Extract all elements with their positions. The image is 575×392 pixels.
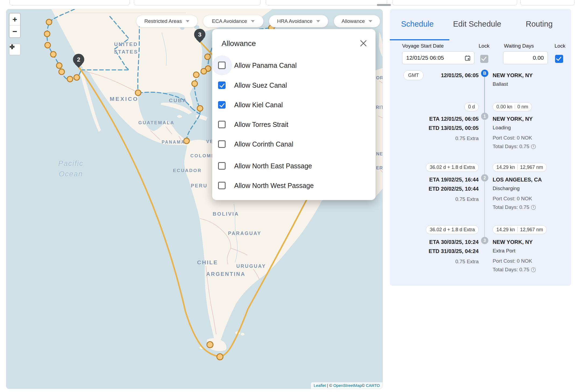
chevron-down-icon (316, 20, 320, 22)
osm-link[interactable]: OpenStreetMap (333, 383, 362, 388)
map-label-guatemala: GUATEMALA (138, 120, 174, 126)
tab-routing[interactable]: Routing (526, 20, 553, 28)
map-label-pacific-ocean: Pacific Ocean (58, 158, 83, 179)
tab-edit-schedule[interactable]: Edit Schedule (453, 20, 501, 28)
option-allow-torres-strait[interactable]: Allow Torres Strait (218, 117, 288, 132)
info-icon[interactable] (531, 205, 536, 210)
top-form-field-2[interactable] (134, 0, 261, 5)
stop-port-cost: Port Cost: 0 NOK (493, 258, 571, 264)
lock-waiting-label: Lock (555, 43, 565, 49)
map-label-uruguay: URUGUAY (236, 263, 266, 270)
stop-total-days: Total Days: 0.75 (493, 267, 571, 273)
stop-port: NEW YORK, NY (493, 116, 571, 122)
fit-bounds-icon (9, 44, 15, 49)
map-label-cuba: CUBA (169, 97, 187, 104)
map-label-fragment-3: NE (376, 151, 383, 158)
checkbox-panama-canal[interactable] (218, 62, 226, 69)
map-label-fragment-4: ER (376, 165, 383, 172)
map-label-mexico: MEXICO (110, 95, 139, 103)
carto-link[interactable]: CARTO (366, 383, 380, 388)
filter-restricted-areas[interactable]: Restricted Areas (136, 15, 198, 27)
tab-schedule[interactable]: Schedule (401, 20, 434, 28)
filter-restricted-areas-label: Restricted Areas (144, 18, 182, 24)
option-label: Allow North East Passage (234, 162, 312, 170)
dialog-title: Allowance (222, 39, 256, 48)
attribution-divider: | (327, 383, 328, 388)
plus-icon: + (12, 15, 17, 24)
copyright-symbol: © (329, 383, 332, 388)
option-allow-kiel-canal[interactable]: Allow Kiel Canal (218, 97, 283, 112)
chevron-down-icon (186, 20, 190, 22)
leg-duration: 0 d (390, 102, 479, 111)
stop-eta: ETA 30/03/25, 10:24 (390, 239, 479, 245)
pill-divider (517, 165, 518, 170)
panel-resize-handle[interactable] (377, 4, 391, 6)
stop-extra: 0.75 Extra (390, 196, 479, 202)
checkbox-suez-canal[interactable] (218, 81, 226, 89)
leg-distance: 0 nm (517, 104, 528, 110)
stop-port: NEW YORK, NY (493, 239, 571, 245)
checkbox-torres-strait[interactable] (218, 121, 226, 128)
top-form-field-1[interactable] (9, 0, 130, 5)
top-form-field-5[interactable] (520, 0, 575, 5)
map-label-paraguay: PARAGUAY (228, 230, 261, 237)
timeline-node-ballast: B (481, 70, 488, 77)
stop-etd: ETD 13/01/25, 00:05 (390, 125, 479, 131)
map-label-peru: PERU (191, 182, 208, 189)
info-icon[interactable] (531, 144, 536, 149)
minus-icon: − (12, 27, 17, 36)
option-allow-suez-canal[interactable]: Allow Suez Canal (218, 78, 287, 93)
option-allow-corinth-canal[interactable]: Allow Corinth Canal (218, 137, 293, 152)
map-label-united-states: UNITED STATES (114, 41, 138, 55)
top-form-field-4[interactable] (392, 0, 517, 5)
timeline-segment (484, 120, 485, 174)
map-label-argentina: ARGENTINA (206, 270, 246, 278)
voyage-start-date-label: Voyage Start Date (402, 43, 444, 49)
info-icon[interactable] (531, 268, 536, 272)
option-allow-north-east-passage[interactable]: Allow North East Passage (218, 158, 312, 173)
lock-start-checkbox[interactable] (480, 55, 488, 63)
map-label-panama: PANAMA (162, 139, 185, 145)
leg-distance: 12,967 nm (520, 227, 543, 233)
option-allow-panama-canal[interactable]: Allow Panama Canal (218, 58, 297, 73)
fit-bounds-button[interactable] (9, 44, 21, 55)
checkbox-north-east-passage[interactable] (218, 162, 226, 170)
checkbox-corinth-canal[interactable] (218, 140, 226, 148)
zoom-out-button[interactable]: − (9, 25, 20, 37)
calendar-icon[interactable] (464, 55, 471, 61)
checkbox-kiel-canal[interactable] (218, 101, 226, 109)
filter-hra-avoidance-label: HRA Avoidance (277, 18, 313, 24)
stop-eta: ETA 12/01/25, 06:05 (390, 116, 479, 122)
stop-total-days: Total Days: 0.75 (493, 144, 571, 149)
start-datetime: 12/01/25, 06:05 (390, 72, 479, 79)
waiting-days-input[interactable]: 0.00 (503, 51, 548, 64)
zoom-in-button[interactable]: + (9, 13, 20, 25)
lock-waiting-checkbox[interactable] (555, 55, 563, 63)
map-label-ecuador: ECUADOR (173, 168, 202, 174)
filter-allowance[interactable]: Allowance (334, 15, 380, 27)
filter-hra-avoidance[interactable]: HRA Avoidance (269, 15, 328, 27)
stop-activity: Loading (493, 125, 571, 131)
filter-eca-avoidance-label: ECA Avoidance (212, 18, 247, 24)
leaflet-link[interactable]: Leaflet (314, 383, 326, 388)
stop-port: LOS ANGELES, CA (493, 177, 571, 183)
option-allow-north-west-passage[interactable]: Allow North West Passage (218, 178, 314, 193)
close-icon[interactable] (359, 39, 367, 47)
filter-allowance-label: Allowance (342, 18, 365, 24)
top-form-field-3[interactable] (266, 0, 387, 5)
leg-duration: 36.02 d + 1.8 d Extra (390, 225, 479, 234)
voyage-start-date-input[interactable]: 12/01/25 06:05 (402, 51, 474, 64)
map-label-fragment-2: RIT (376, 104, 383, 111)
checkbox-north-west-passage[interactable] (218, 182, 226, 189)
timeline-segment (484, 182, 485, 237)
active-tab-indicator (390, 39, 449, 40)
option-label: Allow Corinth Canal (234, 140, 293, 148)
pill-divider (517, 227, 518, 232)
timeline-node-1: 1 (481, 113, 488, 120)
stop-total-days-text: Total Days: 0.75 (493, 204, 529, 210)
filter-eca-avoidance[interactable]: ECA Avoidance (203, 15, 264, 27)
leg-speed: 14.29 kn (496, 227, 515, 233)
allowance-dialog: Allowance Allow Panama Canal Allow Suez … (212, 29, 376, 200)
stop-etd: ETD 31/03/25, 04:24 (390, 248, 479, 254)
timeline-node-3: 3 (481, 237, 488, 244)
